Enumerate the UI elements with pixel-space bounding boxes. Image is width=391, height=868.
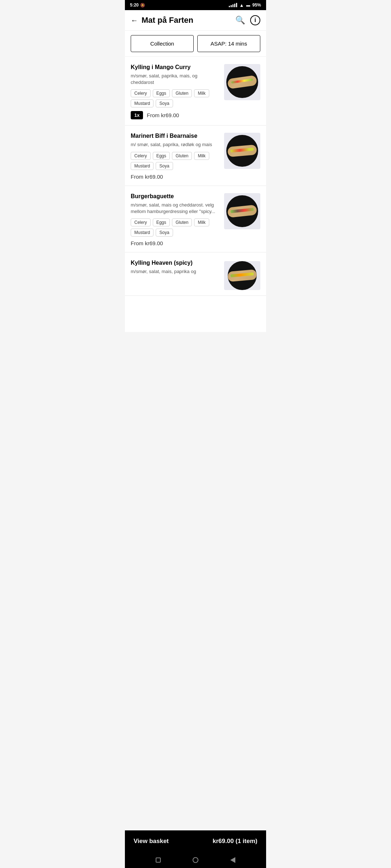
item-1-name: Kylling i Mango Curry [131,64,220,71]
item-2-content: Marinert Biff i Bearnaise m/ smør, salat… [131,133,220,179]
wifi-icon: ▲ [239,3,244,8]
item-4-image [224,261,260,290]
item-3-image [224,193,260,229]
allergen-milk: Milk [194,89,209,97]
menu-item-4[interactable]: Kylling Heaven (spicy) m/smør, salat, ma… [125,252,266,296]
allergen-celery: Celery [131,152,151,160]
item-2-desc: m/ smør, salat, paprika, rødløk og mais [131,141,220,148]
status-right: ▲ ▬ 95% [229,3,261,8]
allergen-eggs: Eggs [153,218,170,226]
item-3-price-row: From kr69.00 [131,240,220,246]
back-button[interactable]: ← [131,16,138,25]
info-icon[interactable]: i [250,15,260,25]
item-4-food-circle [228,261,257,290]
signal-icon [229,3,237,7]
header-actions: 🔍 i [235,15,260,25]
item-1-price: From kr69.00 [147,112,179,118]
menu-item-2[interactable]: Marinert Biff i Bearnaise m/ smør, salat… [125,125,266,186]
allergen-eggs: Eggs [153,152,170,160]
menu-item-1[interactable]: Kylling i Mango Curry m/smør, salat, pap… [125,57,266,125]
item-4-name: Kylling Heaven (spicy) [131,260,220,266]
item-3-allergens: Celery Eggs Gluten Milk Mustard Soya [131,218,220,237]
battery-icon: ▬ [246,3,250,7]
item-2-name: Marinert Biff i Bearnaise [131,133,220,139]
item-1-allergens: Celery Eggs Gluten Milk Mustard Soya [131,89,220,107]
asap-button[interactable]: ASAP: 14 mins [197,35,260,52]
item-4-desc: m/smør, salat, mais, paprika og [131,268,220,275]
allergen-mustard: Mustard [131,229,154,237]
status-bar: 5:20 🔕 ▲ ▬ 95% [125,0,266,10]
item-1-price-row: 1x From kr69.00 [131,111,220,119]
search-icon[interactable]: 🔍 [235,16,245,25]
item-2-food-circle [226,135,258,167]
item-2-price-row: From kr69.00 [131,174,220,180]
item-3-food-circle [226,195,258,227]
status-left: 5:20 🔕 [130,3,145,8]
toggle-row: Collection ASAP: 14 mins [125,31,266,57]
item-1-desc: m/smør, salat, paprika, mais, og cheddar… [131,73,220,86]
allergen-soya: Soya [156,162,173,170]
item-2-allergens: Celery Eggs Gluten Milk Mustard Soya [131,152,220,170]
header-left: ← Mat på Farten [131,16,193,25]
allergen-celery: Celery [131,218,151,226]
item-3-price: From kr69.00 [131,240,163,246]
item-2-image [224,133,260,169]
item-1-image [224,64,260,100]
item-3-desc: m/smør, salat, mais og cheddarost. velg … [131,202,220,215]
allergen-mustard: Mustard [131,162,154,170]
allergen-eggs: Eggs [153,89,170,97]
item-1-content: Kylling i Mango Curry m/smør, salat, pap… [131,64,220,119]
item-3-name: Burgerbaguette [131,193,220,200]
item-3-content: Burgerbaguette m/smør, salat, mais og ch… [131,193,220,246]
item-2-price: From kr69.00 [131,174,163,180]
item-4-content: Kylling Heaven (spicy) m/smør, salat, ma… [131,260,220,290]
item-1-food-circle [226,66,258,98]
allergen-mustard: Mustard [131,99,154,107]
allergen-soya: Soya [156,99,173,107]
battery-percent: 95% [252,3,261,8]
allergen-milk: Milk [194,152,209,160]
allergen-celery: Celery [131,89,151,97]
allergen-gluten: Gluten [172,218,192,226]
allergen-gluten: Gluten [172,152,192,160]
allergen-soya: Soya [156,229,173,237]
collection-button[interactable]: Collection [131,35,194,52]
menu-list: Kylling i Mango Curry m/smør, salat, pap… [125,57,266,332]
header: ← Mat på Farten 🔍 i [125,10,266,31]
allergen-milk: Milk [194,218,209,226]
status-time: 5:20 [130,3,139,8]
page-title: Mat på Farten [142,16,193,25]
item-1-qty: 1x [131,111,143,119]
allergen-gluten: Gluten [172,89,192,97]
silent-icon: 🔕 [140,3,145,8]
menu-item-3[interactable]: Burgerbaguette m/smør, salat, mais og ch… [125,186,266,252]
